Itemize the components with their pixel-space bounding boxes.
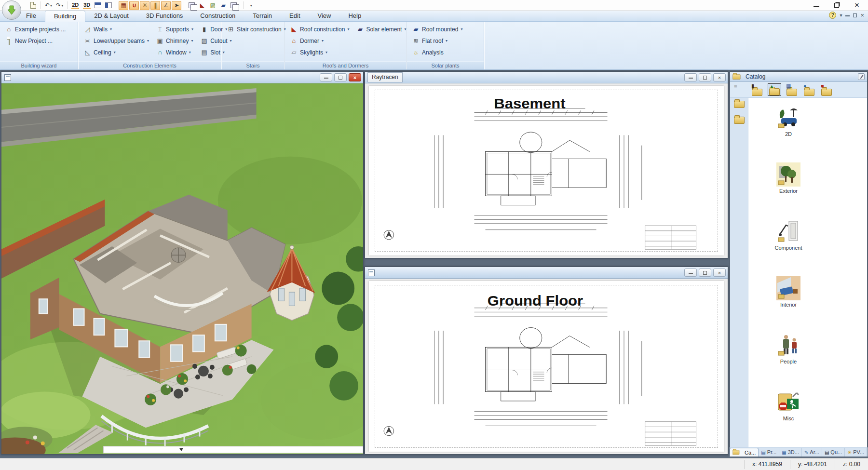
tab-edit[interactable]: Edit [281,11,309,22]
tab-terrain[interactable]: Terrain [244,11,281,22]
undo-icon[interactable]: ↶▾ [43,1,54,10]
basement-minimize-button[interactable] [684,73,697,81]
solar-panel-icon[interactable]: ▰ [218,1,228,10]
panel-tab-catalog[interactable]: Ca... [730,448,759,457]
transform-copy-icon[interactable] [187,1,196,10]
new-project-button[interactable]: New Project ... [4,36,67,45]
tab-building[interactable]: Building [45,11,85,22]
example-projects-button[interactable]: ⌂ Example projects ... [4,25,67,34]
walls-dropdown-icon[interactable]: ▾ [110,27,112,31]
catalog-objects-folder-icon[interactable]: ▲ [768,83,781,96]
panel-tab-project[interactable]: ▤Pr... [759,448,779,457]
catalog-item-component[interactable]: Component [762,219,815,251]
basement-maximize-button[interactable] [699,73,711,81]
catalog-doors-folder-icon[interactable]: ▮ [750,83,764,96]
tab-2d-layout[interactable]: 2D & Layout [85,11,137,22]
tab-file[interactable]: File [17,11,45,22]
view-3d-close-button[interactable]: × [349,73,361,81]
tab-3d-functions[interactable]: 3D Functions [137,11,192,22]
ceiling-dropdown-icon[interactable]: ▾ [114,50,116,54]
parallel-guides-icon[interactable]: ∥ [150,1,160,10]
catalog-back-icon[interactable]: ■ [733,83,746,96]
pin-icon[interactable] [858,73,865,80]
copy-pages-icon[interactable]: ▾ [229,1,241,10]
chimney-dropdown-icon[interactable]: ▾ [191,39,193,43]
area-texture-icon[interactable]: ▨ [208,1,217,10]
view-2d-icon[interactable]: 2D [70,1,81,10]
catalog-web-folder-icon[interactable]: ● [802,83,816,96]
basement-titlebar[interactable]: × [365,72,728,83]
ground-floor-maximize-button[interactable] [699,269,711,277]
supports-dropdown-icon[interactable]: ▾ [191,27,193,31]
analysis-button[interactable]: ☼Analysis [411,48,463,57]
supports-button[interactable]: ⌶Supports▾ [155,25,194,34]
skylights-dropdown-icon[interactable]: ▾ [326,50,327,54]
ground-floor-titlebar[interactable]: × [365,267,728,279]
ground-floor-close-button[interactable]: × [713,269,726,277]
catalog-folder-shortcut-icon[interactable] [734,101,745,108]
snap-point-icon[interactable]: ✳ [140,1,149,10]
stair-construction-button[interactable]: ⊞Stair construction▾ [226,25,287,34]
split-vertical-icon[interactable] [104,1,113,10]
tab-construction[interactable]: Construction [191,11,244,22]
solar-element-dropdown-icon[interactable]: ▾ [404,27,406,31]
chimney-button[interactable]: ▣Chimney▾ [155,36,194,45]
close-button[interactable]: × [849,0,865,10]
grid-toggle-icon[interactable]: ▦ [119,1,128,10]
beams-dropdown-icon[interactable]: ▾ [147,39,149,43]
roof-mounted-dropdown-icon[interactable]: ▾ [461,27,462,31]
new-document-icon[interactable] [28,1,38,10]
panel-tab-3d[interactable]: ▦3D... [779,448,802,457]
skylights-button[interactable]: ▱Skylights▾ [289,48,350,57]
basement-plan-canvas[interactable]: Basement [365,83,728,258]
tab-view[interactable]: View [309,11,340,22]
catalog-item-people[interactable]: People [762,333,815,364]
mdi-minimize-button[interactable] [845,14,850,16]
snap-magnet-icon[interactable]: ∪ [129,1,139,10]
catalog-item-misc[interactable]: Misc [762,390,815,421]
tab-help[interactable]: Help [339,11,370,22]
maximize-button[interactable] [828,0,845,10]
flat-roof-dropdown-icon[interactable]: ▾ [446,39,448,43]
walls-button[interactable]: ◿Walls▾ [82,25,150,34]
select-arrow-icon[interactable]: ➤ [172,1,181,10]
raytrace-button[interactable]: Raytracen [367,72,403,82]
panel-tab-quote[interactable]: ▤Qu... [822,448,845,457]
roof-construction-button[interactable]: ◣Roof construction▾ [289,25,350,34]
mdi-close-button[interactable]: × [860,12,864,19]
view-3d-maximize-button[interactable] [334,73,347,81]
help-dropdown-icon[interactable]: ▾ [840,13,842,18]
solar-element-button[interactable]: ▰Solar element▾ [355,25,407,34]
mdi-restore-button[interactable] [853,13,857,17]
undo-dropdown-icon[interactable]: ▾ [50,3,52,8]
flat-roof-button[interactable]: ≋Flat roof▾ [411,36,463,45]
dormer-button[interactable]: ⌂Dormer▾ [289,36,350,45]
toolbar-overflow-icon[interactable]: ▾ [246,1,256,10]
basement-close-button[interactable]: × [713,73,726,81]
split-horizontal-icon[interactable] [93,1,103,10]
view-3d-icon[interactable]: 3D [81,1,92,10]
catalog-item-interior[interactable]: Interior [762,276,815,308]
app-menu-button[interactable] [2,0,21,20]
roof-tool-icon[interactable]: ◣ [197,1,207,10]
roof-dropdown-icon[interactable]: ▾ [347,27,349,31]
catalog-materials-folder-icon[interactable]: ▦ [785,83,799,96]
view-3d-minimize-button[interactable] [320,73,332,81]
catalog-search-folder-icon[interactable]: ■ [820,83,833,96]
minimize-button[interactable] [808,0,825,10]
panel-tab-pv[interactable]: ☀PV... [845,448,867,457]
dormer-dropdown-icon[interactable]: ▾ [322,39,324,43]
redo-dropdown-icon[interactable]: ▾ [61,3,63,8]
ground-floor-plan-canvas[interactable]: Ground Floor [365,279,728,454]
view-3d-titlebar[interactable]: × [1,72,363,83]
redo-icon[interactable]: ↷▾ [54,1,65,10]
ground-floor-minimize-button[interactable] [684,269,697,277]
panel-tab-area[interactable]: ✎Ar... [802,448,822,457]
beams-button[interactable]: ≍Lower/upper beams▾ [82,36,150,45]
window-button[interactable]: ∩Window▾ [155,48,194,57]
view-3d-viewport[interactable] [1,83,363,454]
ceiling-button[interactable]: ◺Ceiling▾ [82,48,150,57]
catalog-item-2d[interactable]: 2D [762,106,815,137]
help-icon[interactable]: ? [829,12,836,19]
roof-mounted-button[interactable]: ▰Roof mounted▾ [411,25,463,34]
